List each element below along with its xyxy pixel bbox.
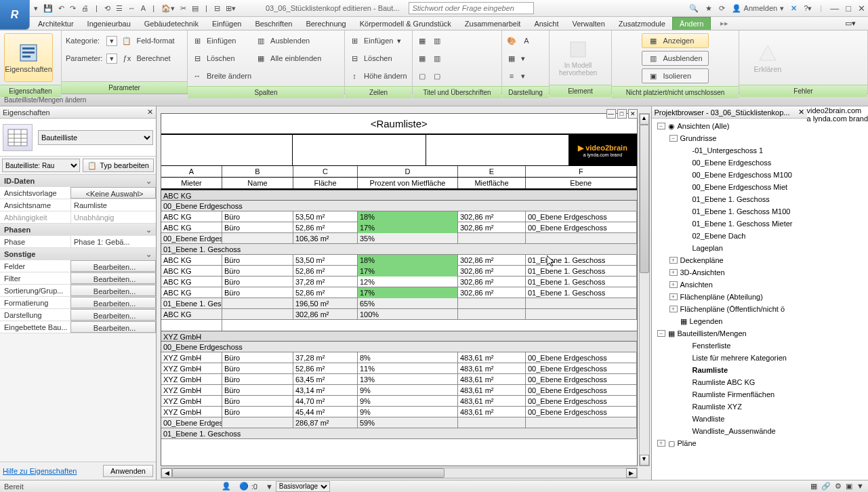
phase-value[interactable]: Phase 1: Gebä...: [70, 236, 156, 247]
tree-node[interactable]: Raumliste ABC KG: [652, 376, 807, 388]
tab-ansicht[interactable]: Ansicht: [527, 18, 565, 30]
qat-measure-icon[interactable]: ↔: [128, 4, 136, 12]
vscroll-thumb[interactable]: [640, 125, 649, 273]
tab-einfuegen[interactable]: Einfügen: [205, 18, 248, 30]
col-letter-a[interactable]: A: [161, 166, 222, 177]
subgroup-row[interactable]: 01_Ebene 1. Geschoss: [161, 428, 637, 439]
felder-edit-button[interactable]: Bearbeiten...: [70, 260, 156, 272]
total-row[interactable]: 00_Ebene Erdgeschoss106,36 m²35%: [161, 233, 637, 244]
data-row[interactable]: ABC KGBüro52,86 m²17%302,86 m²00_Ebene E…: [161, 222, 637, 233]
subgroup-row[interactable]: 00_Ebene Erdgeschoss: [161, 342, 637, 352]
header-cell-1[interactable]: [161, 135, 293, 165]
close-button[interactable]: ✕: [858, 3, 865, 14]
qat-level-icon[interactable]: ▤: [192, 4, 199, 13]
qat-undo-icon[interactable]: ↶: [58, 4, 64, 13]
tab-beschriften[interactable]: Beschriften: [248, 18, 299, 30]
tab-zusatzmodule[interactable]: Zusatzmodule: [612, 18, 672, 30]
data-row[interactable]: ABC KGBüro53,50 m²18%302,86 m²01_Ebene 1…: [161, 255, 637, 266]
status-filter-icon[interactable]: ▼: [266, 483, 273, 491]
spalten-loeschen-button[interactable]: ⊟Löschen: [192, 51, 251, 66]
tab-berechnung[interactable]: Berechnung: [299, 18, 352, 30]
data-row[interactable]: ABC KGBüro52,86 m²17%302,86 m²01_Ebene 1…: [161, 287, 637, 298]
tree-node[interactable]: 00_Ebene Erdgeschoss: [652, 157, 807, 169]
darst-edit-button[interactable]: Bearbeiten...: [70, 309, 156, 321]
tab-gebaeudetechnik[interactable]: Gebäudetechnik: [138, 18, 205, 30]
titel-merge-button[interactable]: ▦▥: [417, 33, 442, 48]
data-row[interactable]: ABC KGBüro52,86 m²17%302,86 m²01_Ebene 1…: [161, 266, 637, 276]
apply-button[interactable]: Anwenden: [103, 465, 153, 477]
tree-node[interactable]: −▦Bauteillisten/Mengen: [652, 327, 807, 340]
status-i1-icon[interactable]: ▦: [810, 482, 817, 491]
tree-node[interactable]: +▢Pläne: [652, 437, 807, 449]
spalten-einfuegen-button[interactable]: ⊞Einfügen: [192, 33, 251, 48]
align-button[interactable]: ≡ ▾: [506, 68, 532, 83]
scroll-down-icon[interactable]: ▼: [640, 455, 649, 466]
parameter-dropdown[interactable]: Parameter:▾: [66, 51, 117, 66]
tab-architektur[interactable]: Architektur: [31, 18, 81, 30]
col-letter-b[interactable]: B: [222, 166, 293, 177]
subgroup-row[interactable]: 00_Ebene Erdgeschoss: [161, 201, 637, 211]
col-name[interactable]: Name: [222, 178, 293, 188]
shading-button[interactable]: 🎨A: [506, 33, 532, 48]
search-icon[interactable]: 🔍: [689, 4, 699, 13]
tree-node[interactable]: 00_Ebene Erdgeschoss M100: [652, 169, 807, 181]
kategorie-dropdown[interactable]: Kategorie:▾: [66, 33, 117, 48]
zeilen-loeschen-button[interactable]: ⊟Löschen: [349, 51, 407, 66]
tree-node[interactable]: 02_Ebene Dach: [652, 230, 807, 242]
tree-node[interactable]: Raumliste Firmenflächen: [652, 388, 807, 401]
type-selector[interactable]: Bauteilliste: [38, 130, 153, 145]
grp-expand3-icon[interactable]: ⌄: [70, 248, 156, 260]
data-row[interactable]: XYZ GmbHBüro37,28 m²8%483,61 m²00_Ebene …: [161, 352, 637, 363]
tree-node[interactable]: 01_Ebene 1. Geschoss Mieter: [652, 218, 807, 230]
sort-edit-button[interactable]: Bearbeiten...: [70, 285, 156, 296]
titel-group-button[interactable]: ▦▥: [417, 51, 442, 66]
data-row[interactable]: XYZ GmbHBüro43,14 m²9%483,61 m²00_Ebene …: [161, 385, 637, 396]
qat-section-icon[interactable]: ✂: [180, 4, 186, 13]
edit-type-button[interactable]: 📋 Typ bearbeiten: [83, 159, 154, 172]
status-i2-icon[interactable]: 🔗: [821, 482, 831, 491]
view-close-icon[interactable]: ✕: [628, 109, 638, 119]
tab-ingenieurbau[interactable]: Ingenieurbau: [81, 18, 138, 30]
col-flaeche[interactable]: Fläche: [293, 178, 358, 188]
tab-more-icon[interactable]: ▸▸: [714, 17, 735, 30]
status-i3-icon[interactable]: ⚙: [835, 482, 842, 491]
tree-node[interactable]: −Grundrisse: [652, 132, 807, 144]
col-mieter[interactable]: Mieter: [161, 178, 222, 188]
help-search-input[interactable]: [409, 2, 534, 14]
qat-text-icon[interactable]: A: [141, 4, 146, 12]
scroll-right-icon[interactable]: ▶: [626, 468, 637, 478]
tree-node[interactable]: Wandliste_Aussenwände: [652, 425, 807, 437]
tree-node[interactable]: 00_Ebene Erdgeschoss Miet: [652, 181, 807, 193]
feldformat-button[interactable]: 📋Feld-format: [121, 33, 174, 48]
col-letter-c[interactable]: C: [293, 166, 358, 177]
eigenschaften-button[interactable]: Eigenschaften: [4, 33, 53, 82]
group-row[interactable]: XYZ GmbH: [161, 331, 637, 342]
instance-selector[interactable]: Bauteilliste: Rau: [2, 159, 80, 172]
data-row[interactable]: XYZ GmbHBüro63,45 m²13%483,61 m²00_Ebene…: [161, 374, 637, 385]
qat-3d-icon[interactable]: 🏠▾: [161, 4, 175, 13]
col-letter-d[interactable]: D: [358, 166, 458, 177]
status-i5-icon[interactable]: ▼: [856, 482, 864, 491]
app-logo[interactable]: R: [0, 0, 30, 30]
col-letter-e[interactable]: E: [458, 166, 526, 177]
qat-close-icon[interactable]: ⊟: [214, 4, 220, 13]
status-basis-select[interactable]: Basisvorlage: [276, 481, 330, 492]
titel-clear-button[interactable]: ▢▢: [417, 68, 442, 83]
status-i4-icon[interactable]: ▣: [846, 482, 852, 491]
col-mietflaeche[interactable]: Mietfläche: [458, 178, 526, 188]
tree-node[interactable]: 01_Ebene 1. Geschoss: [652, 193, 807, 205]
tree-node[interactable]: +Flächenpläne (Abteilung): [652, 291, 807, 303]
hscroll-thumb[interactable]: [172, 468, 445, 478]
data-row[interactable]: XYZ GmbHBüro52,86 m²11%483,61 m²00_Ebene…: [161, 363, 637, 374]
total-row[interactable]: ABC KG302,86 m²100%: [161, 309, 637, 320]
breite-aendern-button[interactable]: ↔Breite ändern: [192, 68, 251, 83]
data-row[interactable]: ABC KGBüro53,50 m²18%302,86 m²00_Ebene E…: [161, 211, 637, 222]
status-person-icon[interactable]: 👤: [222, 482, 231, 491]
total-row[interactable]: 00_Ebene Erdgeschoss286,87 m²59%: [161, 417, 637, 428]
embed-edit-button[interactable]: Bearbeiten...: [70, 321, 156, 333]
header-cell-3[interactable]: [426, 135, 569, 165]
filter-edit-button[interactable]: Bearbeiten...: [70, 272, 156, 284]
view-max-icon[interactable]: □: [617, 109, 627, 119]
ansichtsvorlage-value[interactable]: <Keine Auswahl>: [70, 187, 156, 199]
tree-node[interactable]: ▦Legenden: [652, 315, 807, 327]
